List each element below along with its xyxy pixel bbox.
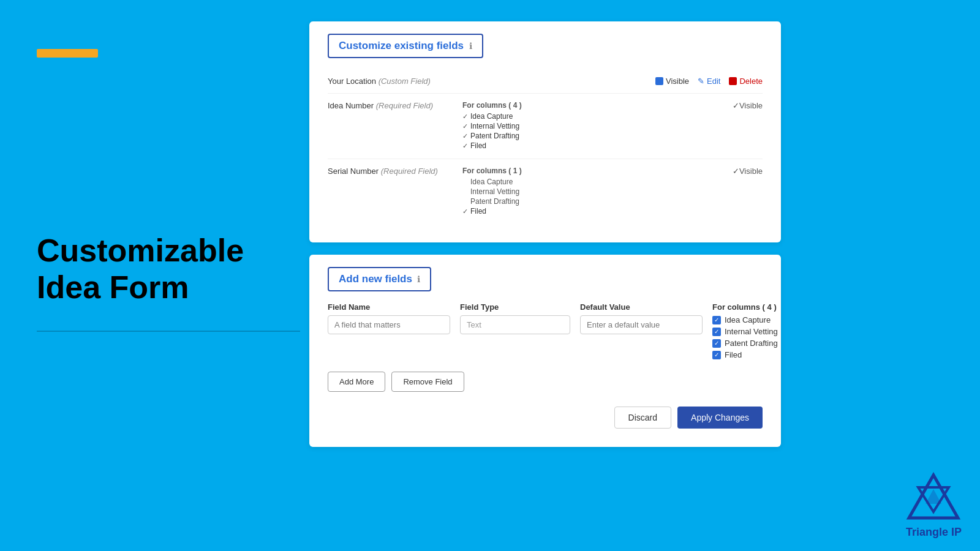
default-value-input[interactable] [580,315,703,334]
page-title-block: Customizable Idea Form [37,233,244,306]
columns-header-idea-number: For columns ( 4 ) [462,101,733,110]
add-fields-header: Add new fields ℹ [328,267,431,291]
field-columns-serial-number: For columns ( 1 ) ✓ Idea Capture ✓ Inter… [462,167,733,217]
delete-label: Delete [739,77,763,86]
add-fields-title: Add new fields [339,273,412,285]
col-sn-patent-drafting: ✓ Patent Drafting [462,197,733,206]
col-idea-capture: ✓ Idea Capture [462,112,733,121]
customize-fields-title: Customize existing fields [339,40,464,51]
delete-action-location[interactable]: Delete [729,77,763,86]
field-type-idea-number: (Required Field) [376,101,433,110]
for-columns-title: For columns ( 4 ) [712,302,810,312]
default-value-label: Default Value [580,302,703,312]
remove-field-button[interactable]: Remove Field [391,372,464,392]
col-new-idea-capture[interactable]: Idea Capture [712,315,810,324]
field-label-serial-number: Serial Number (Required Field) [328,167,462,176]
field-type-input[interactable] [460,315,570,334]
col-new-internal-vetting[interactable]: Internal Vetting [712,327,810,336]
columns-header-serial-number: For columns ( 1 ) [462,167,733,175]
field-row-idea-number: Idea Number (Required Field) For columns… [328,94,763,159]
cb-internal-vetting [712,328,721,336]
col-new-patent-drafting[interactable]: Patent Drafting [712,339,810,348]
field-columns-idea-number: For columns ( 4 ) ✓ Idea Capture ✓ Inter… [462,101,733,151]
add-fields-panel: Add new fields ℹ Field Name Field Type D… [309,255,781,447]
cb-patent-drafting-label: Patent Drafting [725,339,778,348]
discard-button[interactable]: Discard [614,407,671,429]
triangle-ip-logo-icon [906,472,961,521]
col-filed: ✓ Filed [462,141,733,150]
page-title-line1: Customizable [37,233,244,269]
edit-action-location[interactable]: ✎ Edit [698,77,720,86]
logo-text: Triangle IP [906,526,962,539]
field-actions-location: Visible ✎ Edit Delete [655,77,763,86]
apply-changes-button[interactable]: Apply Changes [677,407,763,429]
new-field-form-row: Field Name Field Type Default Value For … [328,302,763,362]
cb-patent-drafting [712,339,721,348]
delete-icon [729,77,737,85]
customize-fields-header: Customize existing fields ℹ [328,34,483,58]
edit-label: Edit [707,77,720,86]
visible-action-location[interactable]: Visible [655,77,689,86]
field-type-group: Field Type [460,302,570,334]
page-title-line2: Idea Form [37,269,244,306]
field-type-serial-number: (Required Field) [381,167,438,176]
col-sn-internal-vetting: ✓ Internal Vetting [462,187,733,196]
visible-label: Visible [666,77,689,86]
cb-idea-capture [712,316,721,324]
cb-internal-vetting-label: Internal Vetting [725,327,778,336]
col-new-filed[interactable]: Filed [712,350,810,359]
field-type-location: (Custom Field) [379,77,431,86]
edit-icon: ✎ [698,77,704,86]
field-row-serial-number: Serial Number (Required Field) For colum… [328,159,763,224]
footer-actions: Discard Apply Changes [328,407,763,429]
col-sn-filed: ✓ Filed [462,207,733,216]
visible-check-serial-number: ✓Visible [733,167,763,176]
col-internal-vetting: ✓ Internal Vetting [462,122,733,130]
for-columns-section: For columns ( 4 ) Idea Capture Internal … [712,302,810,362]
divider [37,331,300,332]
default-value-group: Default Value [580,302,703,334]
svg-marker-2 [925,489,941,504]
orange-accent-bar [37,49,98,58]
field-label-idea-number: Idea Number (Required Field) [328,101,462,110]
field-name-label: Field Name [328,302,450,312]
add-info-icon: ℹ [417,274,420,284]
customize-fields-panel: Customize existing fields ℹ Your Locatio… [309,21,781,242]
add-remove-buttons: Add More Remove Field [328,372,763,392]
field-name-group: Field Name [328,302,450,334]
col-sn-idea-capture: ✓ Idea Capture [462,178,733,186]
field-type-label: Field Type [460,302,570,312]
cb-filed [712,351,721,359]
field-row-location: Your Location (Custom Field) Visible ✎ E… [328,69,763,94]
field-label-location: Your Location (Custom Field) [328,77,462,86]
cb-idea-capture-label: Idea Capture [725,315,771,324]
customize-info-icon: ℹ [469,41,472,51]
visible-checkbox-location[interactable] [655,77,663,85]
panels-container: Customize existing fields ℹ Your Locatio… [309,21,781,447]
field-name-input[interactable] [328,315,450,334]
cb-filed-label: Filed [725,350,742,359]
logo-area: Triangle IP [906,472,962,539]
visible-check-idea-number: ✓Visible [733,101,763,110]
col-patent-drafting: ✓ Patent Drafting [462,132,733,140]
add-more-button[interactable]: Add More [328,372,385,392]
